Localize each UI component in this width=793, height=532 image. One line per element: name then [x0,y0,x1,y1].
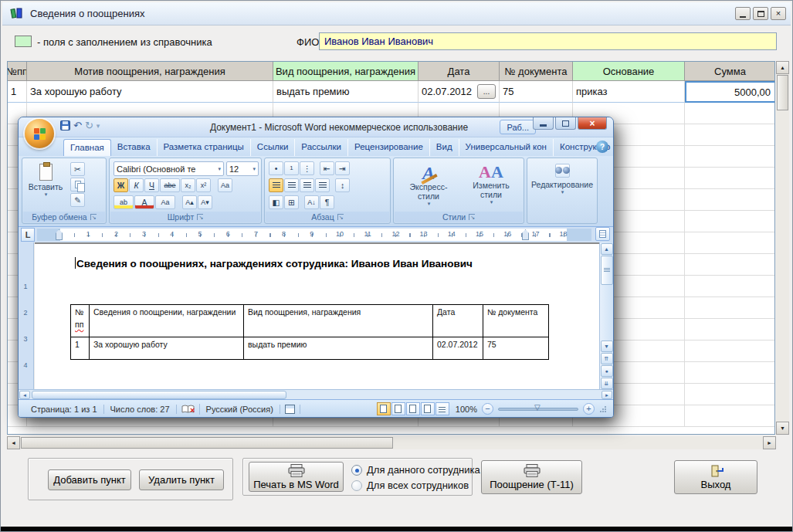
word-close-button[interactable]: × [578,117,607,130]
draft-view-button[interactable] [435,402,449,415]
language-bar-icon[interactable] [280,405,300,414]
close-button[interactable]: × [771,7,786,20]
dialog-launcher-icon[interactable]: ↘ [197,214,203,220]
reward-t11-button[interactable]: Поощрение (Т-11) [481,460,582,494]
exit-button[interactable]: Выход [674,460,757,494]
tab-selector-button[interactable]: L [21,228,35,242]
paste-button[interactable]: Вставить ▾ [27,161,64,212]
horizontal-scroll-thumb[interactable] [21,437,393,449]
word-scroll-right-button[interactable]: ► [602,391,612,399]
vertical-scroll-thumb[interactable] [777,75,788,110]
delete-item-button[interactable]: Удалить пункт [139,469,224,490]
grid-horizontal-scrollbar[interactable]: ◄ ► [7,436,776,449]
outline-view-button[interactable] [421,402,435,415]
word-tab-7[interactable]: Вид [430,139,459,156]
zoom-slider-thumb[interactable]: ▽ [534,404,541,412]
vertical-ruler[interactable]: 1234 [19,242,34,389]
borders-button[interactable]: ⊞ [284,195,299,209]
radio-all-employees[interactable]: Для всех сотрудников [351,479,469,491]
office-button[interactable] [25,119,54,148]
grid-cell-kind[interactable]: выдать премию [273,81,419,103]
shading-button[interactable]: ◧ [269,195,283,209]
status-language[interactable]: Русский (Россия) [200,405,280,414]
radio-unselected-icon[interactable] [351,480,362,491]
italic-button[interactable]: К [129,178,144,192]
horizontal-ruler[interactable]: 123456789101112131415161718 [37,229,591,241]
copy-button[interactable] [70,178,85,191]
ruler-toggle-button[interactable] [595,227,610,241]
change-case-button[interactable]: Aa [155,195,175,209]
font-size-combo[interactable]: 12▾ [226,161,259,176]
save-icon[interactable] [60,120,70,130]
spellcheck-icon[interactable]: × [177,404,200,415]
word-hscroll-thumb[interactable] [32,391,286,399]
decrease-indent-button[interactable]: ⇤ [320,161,334,175]
word-scroll-down-button[interactable]: ▼ [601,341,613,352]
word-tab-1[interactable]: Главная [63,139,111,156]
justify-button[interactable] [315,178,330,192]
print-ms-word-button[interactable]: Печать в MS Word [249,462,344,492]
highlight-button[interactable]: ab [114,195,134,209]
dialog-launcher-icon[interactable]: ↘ [90,214,97,220]
word-scroll-left-button[interactable]: ◄ [19,391,30,399]
align-center-button[interactable] [284,178,299,192]
grid-cell-doc[interactable]: 75 [500,81,573,103]
grid-cell-date[interactable]: 02.07.2012... [419,81,500,103]
fio-input[interactable] [319,32,777,50]
fullscreen-view-button[interactable] [391,402,405,415]
zoom-slider[interactable]: ▽ [498,408,578,411]
word-tab-8[interactable]: Универсальный кон [459,139,554,156]
help-button[interactable]: ? [596,141,608,153]
sort-button[interactable]: А↓ [304,195,319,209]
zoom-level[interactable]: 100% [456,405,477,414]
restore-button[interactable] [753,7,768,20]
clear-formatting-button[interactable]: Aa [218,178,232,192]
scroll-left-button[interactable]: ◄ [7,436,20,449]
radio-current-employee[interactable]: Для данного сотрудника [351,464,480,476]
word-tab-5[interactable]: Рассылки [295,139,348,156]
word-tab-4[interactable]: Ссылки [251,139,296,156]
shrink-font-button[interactable]: А▾ [198,195,212,209]
multilevel-list-button[interactable]: ⋮ [300,161,314,175]
qat-dropdown[interactable]: ▾ [97,122,100,130]
word-restore-button[interactable] [555,117,576,130]
grid-cell-basis[interactable]: приказ [573,81,685,103]
resize-grip[interactable] [599,405,607,413]
scroll-right-button[interactable]: ► [763,436,776,449]
print-layout-view-button[interactable] [377,402,391,415]
minimize-button[interactable] [735,7,751,20]
word-tab-2[interactable]: Вставка [111,139,158,156]
web-layout-view-button[interactable] [406,402,420,415]
increase-indent-button[interactable]: ⇥ [335,161,350,175]
scroll-up-button[interactable]: ▲ [776,61,789,74]
change-styles-button[interactable]: АА Изменить стили ▾ [462,161,520,212]
grid-vertical-scrollbar[interactable]: ▲ ▼ [776,61,789,435]
word-minimize-button[interactable] [533,117,554,130]
word-tab-3[interactable]: Разметка страницы [158,139,251,156]
bullets-button[interactable]: • [269,161,283,175]
status-word-count[interactable]: Число слов: 27 [104,405,177,414]
dialog-launcher-icon[interactable]: ↘ [469,214,475,220]
numbering-button[interactable]: 1 [284,161,299,175]
quick-styles-button[interactable]: A Экспресс-стили ▾ [398,161,459,212]
subscript-button[interactable]: x₂ [181,178,195,192]
redo-button[interactable]: ↻ [85,120,93,130]
word-scroll-thumb[interactable] [601,256,613,285]
radio-selected-icon[interactable] [351,465,362,476]
pilcrow-button[interactable]: ¶ [320,195,334,209]
scroll-down-button[interactable]: ▼ [776,422,789,435]
grid-cell-num[interactable]: 1 [8,81,27,103]
editing-button[interactable]: Редактирование ▾ [530,161,594,218]
line-spacing-button[interactable]: ↕ [335,178,350,192]
underline-button[interactable]: Ч [144,178,159,192]
font-name-combo[interactable]: Calibri (Основной те▾ [114,161,224,176]
word-scroll-up-button[interactable]: ▲ [601,243,613,255]
zoom-in-button[interactable]: + [583,403,595,415]
align-right-button[interactable] [300,178,314,192]
document-page[interactable]: Сведения о поощрениях, награждениях сотр… [35,242,599,389]
word-vertical-scrollbar[interactable]: ▲ ▼ ⇈ ● ⇊ [599,242,613,389]
word-tab-6[interactable]: Рецензирование [348,139,430,156]
format-painter-button[interactable]: ✎ [70,193,85,207]
grow-font-button[interactable]: А▴ [182,195,197,209]
grid-cell-sum[interactable]: 5000,00 [685,81,775,103]
